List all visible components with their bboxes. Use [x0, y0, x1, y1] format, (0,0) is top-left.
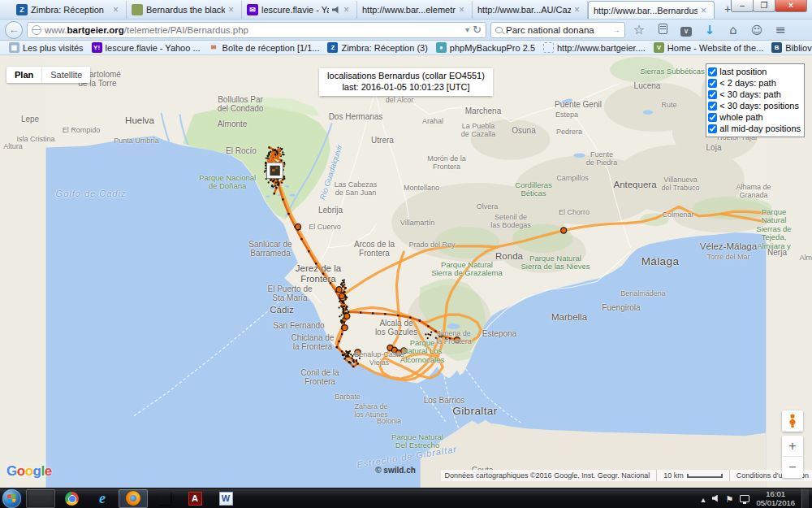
vcf-site-icon: V	[654, 42, 664, 53]
minimize-button[interactable]: –	[731, 0, 754, 12]
taskbar-app-ie[interactable]	[88, 489, 117, 508]
tab-title: Zimbra: Réception	[31, 5, 110, 15]
mail-icon: ✉	[209, 42, 219, 53]
taskbar-app-adobe[interactable]	[180, 489, 209, 508]
pocket-icon[interactable]	[676, 23, 696, 37]
legend-label: all mid-day positions	[719, 124, 801, 133]
zoom-control: + −	[782, 436, 803, 478]
browser-tab[interactable]: ZZimbra: Réception	[11, 1, 127, 19]
legend-checkbox-4[interactable]	[708, 113, 717, 122]
taskbar-clock[interactable]: 16:01 05/01/2016	[756, 489, 795, 507]
bookmark-item[interactable]: http://www.bartgeier....	[539, 42, 650, 53]
last-position-marker	[267, 163, 283, 179]
bookmarks-panel-icon[interactable]	[653, 24, 672, 37]
tracking-title-line1: localisations Bernardus (collar EO4551)	[327, 71, 485, 82]
restore-button[interactable]: ❐	[753, 0, 775, 12]
most-visited-icon: ▦	[9, 42, 19, 53]
bookmark-item[interactable]: ZZimbra: Réception (3)	[323, 42, 431, 53]
tab-close-icon[interactable]	[459, 4, 467, 15]
bookmark-item[interactable]: BBibliovie	[767, 42, 812, 53]
scale-bar	[687, 474, 723, 478]
tab-close-icon[interactable]	[113, 4, 121, 15]
tab-close-icon[interactable]	[343, 4, 352, 15]
network-icon[interactable]	[740, 495, 749, 502]
bookmark-label: http://www.bartgeier....	[557, 43, 646, 53]
browser-tab[interactable]: http://www.bar...Bernardus.php	[588, 1, 715, 19]
tray-expand-icon[interactable]	[702, 491, 706, 506]
map-copyright: Données cartographiques ©2016 Google, In…	[444, 471, 650, 480]
legend-checkbox-1[interactable]	[708, 79, 717, 88]
back-button[interactable]: ←	[5, 21, 23, 39]
legend-checkbox-5[interactable]	[708, 124, 717, 133]
close-button[interactable]: ×	[775, 0, 807, 12]
reload-icon[interactable]	[473, 24, 482, 36]
firefox-hello-icon[interactable]	[747, 24, 767, 37]
google-logo-letter: g	[33, 463, 41, 479]
taskbar-app-explorer[interactable]	[26, 489, 55, 508]
legend-checkbox-0[interactable]	[708, 67, 717, 76]
urlbar-dropdown-icon[interactable]	[465, 25, 469, 34]
tab-audio-icon[interactable]	[332, 7, 340, 14]
show-desktop-button[interactable]	[801, 488, 809, 508]
map-canvas[interactable]: S. Bartolomé de la TorreBollullos Par de…	[0, 55, 812, 488]
menu-icon[interactable]	[771, 22, 790, 37]
bernardus-page-icon	[132, 4, 143, 15]
map-scale: 10 km	[656, 470, 730, 481]
taskbar-apps	[25, 489, 241, 508]
no-favicon-dotted-icon	[543, 42, 554, 53]
zoom-out-button[interactable]: −	[782, 457, 803, 478]
start-button[interactable]	[2, 489, 21, 508]
browser-tab[interactable]: http://www.bar...elemetrie/cau/	[357, 1, 473, 19]
google-logo-letter: e	[45, 463, 52, 479]
bookmark-item[interactable]: VHome - Website of the...	[650, 42, 767, 53]
tab-close-icon[interactable]	[701, 5, 709, 16]
taskbar-app-sticky[interactable]	[149, 489, 179, 508]
legend-checkbox-2[interactable]	[708, 90, 717, 99]
taskbar-app-word[interactable]	[211, 489, 240, 508]
legend-row: < 30 days: positions	[708, 100, 801, 111]
map-type-plan-button[interactable]: Plan	[6, 67, 42, 83]
bookmark-item[interactable]: ✉Boîte de réception [1/1...	[205, 42, 324, 53]
browser-tab[interactable]: http://www.bar...AU/Cazals.php	[473, 1, 588, 19]
zoom-in-button[interactable]: +	[782, 436, 803, 457]
legend-checkbox-3[interactable]	[708, 102, 717, 111]
sticky-notes-icon	[158, 493, 171, 505]
bookmark-star-icon[interactable]	[629, 22, 649, 37]
browser-tab[interactable]: Bernardus the black vultur...	[127, 1, 242, 19]
legend-label: < 30 days: positions	[719, 101, 799, 111]
tab-close-icon[interactable]	[228, 4, 236, 15]
windows-taskbar: 16:01 05/01/2016	[0, 488, 812, 508]
tab-title: http://www.bar...Bernardus.php	[594, 6, 698, 15]
chrome-icon	[65, 492, 79, 506]
tab-title: http://www.bar...AU/Cazals.php	[477, 5, 571, 15]
word-icon	[219, 492, 233, 506]
bookmark-item[interactable]: ▦Les plus visités	[5, 42, 88, 53]
taskbar-app-ff[interactable]	[119, 489, 148, 508]
url-bar[interactable]: www.bartgeier.org/telemetrie/PAI/Bernard…	[27, 22, 486, 38]
search-value: Parc national donana	[506, 25, 609, 35]
downloads-icon[interactable]	[700, 23, 719, 37]
bookmark-item[interactable]: Y!lescure.flavie - Yahoo ...	[88, 42, 205, 53]
search-go-icon[interactable]	[612, 25, 620, 34]
legend-row: all mid-day positions	[708, 123, 801, 134]
bookmark-label: phpMyBackupPro 2.5	[450, 43, 535, 53]
pegman-button[interactable]	[782, 410, 803, 432]
window-controls: – ❐ ×	[732, 0, 807, 12]
volume-icon[interactable]	[712, 495, 719, 502]
system-tray: 16:01 05/01/2016	[702, 488, 812, 508]
zimbra-icon: Z	[16, 4, 28, 15]
tab-close-icon[interactable]	[574, 4, 582, 15]
action-center-icon[interactable]	[726, 491, 734, 506]
map-type-satellite-button[interactable]: Satellite	[42, 67, 90, 83]
taskbar-app-chrome[interactable]	[57, 489, 86, 508]
search-bar[interactable]: Parc national donana	[490, 22, 625, 38]
bookmark-label: Zimbra: Réception (3)	[341, 43, 427, 53]
internet-explorer-icon	[99, 491, 106, 506]
tabs-container: ZZimbra: RéceptionBernardus the black vu…	[11, 1, 715, 19]
bookmark-item[interactable]: ●phpMyBackupPro 2.5	[432, 42, 539, 53]
bookmark-label: Boîte de réception [1/1...	[222, 43, 320, 53]
browser-tab[interactable]: ✉lescure.flavie - Yahoo ...	[242, 1, 357, 19]
search-icon	[495, 27, 503, 33]
bookmark-label: Home - Website of the...	[667, 43, 763, 53]
home-icon[interactable]	[723, 23, 743, 37]
